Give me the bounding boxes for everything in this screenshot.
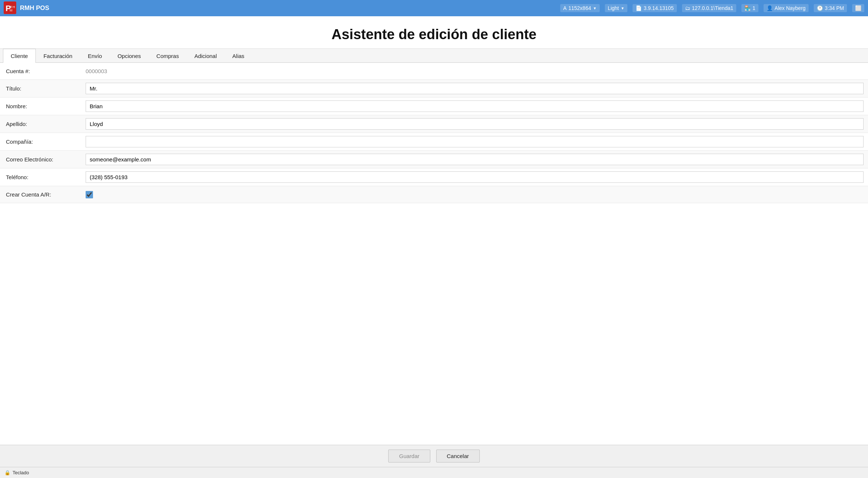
server-info: 🗂 127.0.0.1\Tienda1 bbox=[682, 4, 736, 12]
compania-value bbox=[81, 133, 868, 150]
telefono-label: Teléfono: bbox=[0, 170, 81, 184]
form-row-compania: Compañía: bbox=[0, 133, 868, 151]
main-content: Asistente de edición de cliente Cliente … bbox=[0, 16, 868, 467]
correo-value bbox=[81, 151, 868, 168]
form-row-telefono: Teléfono: bbox=[0, 168, 868, 186]
cuenta-number: 0000003 bbox=[86, 65, 107, 77]
server-icon: 🗂 bbox=[685, 5, 690, 11]
cancelar-button[interactable]: Cancelar bbox=[436, 450, 480, 462]
titulo-input[interactable] bbox=[86, 83, 864, 94]
nombre-value bbox=[81, 98, 868, 115]
topbar-left: P R M H RMH POS bbox=[4, 1, 49, 15]
cuenta-label: Cuenta #: bbox=[0, 64, 81, 78]
crear-cuenta-checkbox[interactable] bbox=[86, 191, 93, 198]
form-row-titulo: Título: bbox=[0, 80, 868, 98]
titulo-label: Título: bbox=[0, 82, 81, 95]
telefono-input[interactable] bbox=[86, 171, 864, 183]
bottom-bar: Guardar Cancelar bbox=[0, 445, 868, 467]
tab-adicional[interactable]: Adicional bbox=[187, 49, 225, 63]
crear-cuenta-value bbox=[81, 188, 868, 201]
tab-cliente[interactable]: Cliente bbox=[3, 49, 36, 63]
form-row-correo: Correo Electrónico: bbox=[0, 151, 868, 168]
correo-label: Correo Electrónico: bbox=[0, 153, 81, 166]
app-name: RMH POS bbox=[20, 4, 49, 12]
chevron-down-icon: ▼ bbox=[621, 6, 624, 10]
status-label: Teclado bbox=[13, 470, 29, 475]
correo-input[interactable] bbox=[86, 154, 864, 165]
apellido-label: Apellido: bbox=[0, 117, 81, 131]
cuenta-value: 0000003 bbox=[81, 65, 868, 77]
svg-text:M: M bbox=[10, 8, 13, 12]
font-icon: A bbox=[563, 5, 566, 11]
compania-input[interactable] bbox=[86, 136, 864, 147]
store-number: 🏪 1 bbox=[741, 4, 758, 12]
form-row-cuenta: Cuenta #: 0000003 bbox=[0, 63, 868, 80]
topbar: P R M H RMH POS A 1152x864 ▼ Light ▼ 📄 3… bbox=[0, 0, 868, 16]
status-bar: 🔒 Teclado bbox=[0, 467, 868, 478]
chevron-down-icon: ▼ bbox=[593, 6, 597, 10]
nombre-input[interactable] bbox=[86, 100, 864, 112]
maximize-icon: ⬜ bbox=[855, 5, 861, 11]
resolution-dropdown[interactable]: A 1152x864 ▼ bbox=[560, 4, 600, 12]
titulo-value bbox=[81, 80, 868, 97]
form-area: Cuenta #: 0000003 Título: Nombre: Apelli… bbox=[0, 63, 868, 445]
clock: 🕐 3:34 PM bbox=[814, 4, 847, 12]
page-title-area: Asistente de edición de cliente bbox=[0, 16, 868, 49]
user-icon: 👤 bbox=[767, 5, 773, 11]
version-info: 📄 3.9.14.13105 bbox=[633, 4, 677, 12]
guardar-button: Guardar bbox=[388, 450, 430, 462]
version-icon: 📄 bbox=[636, 5, 642, 11]
store-icon: 🏪 bbox=[744, 5, 751, 11]
nombre-label: Nombre: bbox=[0, 99, 81, 113]
tab-alias[interactable]: Alias bbox=[225, 49, 252, 63]
apellido-input[interactable] bbox=[86, 118, 864, 130]
svg-text:H: H bbox=[13, 5, 15, 9]
telefono-value bbox=[81, 168, 868, 186]
keyboard-icon: 🔒 bbox=[4, 470, 10, 475]
tab-compras[interactable]: Compras bbox=[149, 49, 187, 63]
clock-icon: 🕐 bbox=[817, 5, 823, 11]
tab-envio[interactable]: Envío bbox=[80, 49, 110, 63]
compania-label: Compañía: bbox=[0, 135, 81, 148]
window-controls[interactable]: ⬜ bbox=[852, 4, 864, 12]
tabs-bar: Cliente Facturación Envío Opciones Compr… bbox=[0, 49, 868, 63]
tab-facturacion[interactable]: Facturación bbox=[36, 49, 80, 63]
checkbox-container bbox=[86, 191, 864, 198]
app-logo: P R M H bbox=[4, 1, 17, 15]
form-row-nombre: Nombre: bbox=[0, 98, 868, 115]
topbar-right: A 1152x864 ▼ Light ▼ 📄 3.9.14.13105 🗂 12… bbox=[560, 4, 864, 12]
user-info: 👤 Alex Nayberg bbox=[764, 4, 809, 12]
theme-dropdown[interactable]: Light ▼ bbox=[605, 4, 627, 12]
form-row-crear-cuenta: Crear Cuenta A/R: bbox=[0, 186, 868, 203]
apellido-value bbox=[81, 115, 868, 133]
page-title: Asistente de edición de cliente bbox=[0, 27, 868, 42]
form-row-apellido: Apellido: bbox=[0, 115, 868, 133]
tab-opciones[interactable]: Opciones bbox=[110, 49, 148, 63]
crear-cuenta-label: Crear Cuenta A/R: bbox=[0, 188, 81, 201]
